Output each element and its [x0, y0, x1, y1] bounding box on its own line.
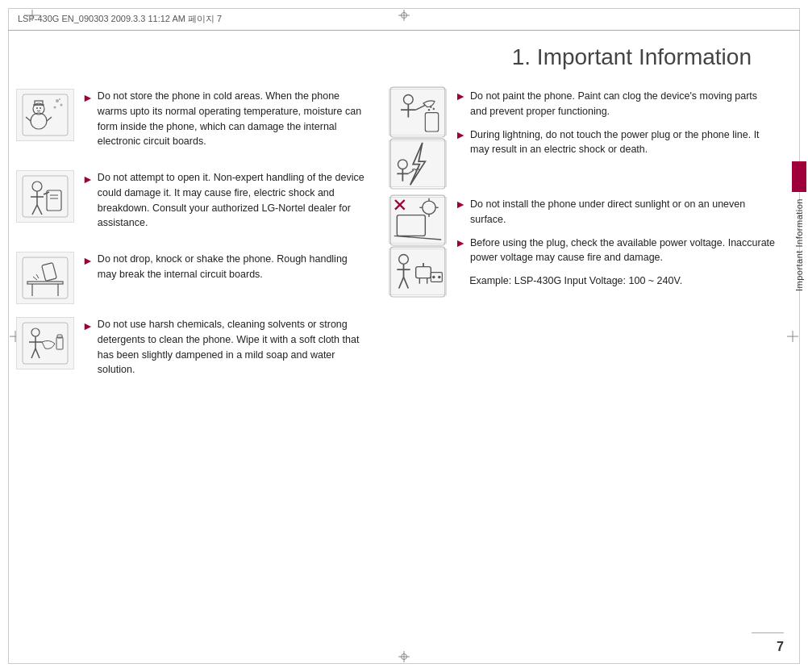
header-text: LSP-430G EN_090303 2009.3.3 11:12 AM 페이지… [18, 13, 222, 25]
page-title: 1. Important Information [0, 44, 784, 70]
svg-line-42 [416, 105, 426, 110]
sunlight-image [389, 197, 447, 244]
svg-line-28 [33, 277, 37, 280]
chemicals-image [16, 317, 74, 369]
svg-point-11 [54, 106, 56, 109]
svg-point-44 [430, 106, 431, 107]
paint-image [389, 89, 447, 136]
svg-point-4 [40, 107, 41, 109]
svg-point-12 [59, 98, 60, 100]
side-tab: Important Information [790, 161, 808, 387]
list-item: ► Do not attempt to open it. Non-expert … [16, 170, 364, 239]
svg-point-48 [398, 160, 408, 169]
content-area: ► Do not store the phone in cold areas. … [16, 89, 776, 624]
svg-point-45 [433, 108, 435, 110]
bullet-item: ► Do not store the phone in cold areas. … [82, 89, 364, 149]
svg-rect-43 [425, 113, 438, 131]
page-divider [752, 632, 784, 633]
bullet-item: ► Do not install the phone under direct … [455, 197, 776, 227]
voltage-icon [389, 246, 446, 298]
bullet-icon: ► [455, 198, 466, 211]
open-attempt-image [16, 170, 74, 223]
svg-line-67 [404, 277, 409, 288]
svg-line-51 [408, 170, 414, 174]
chemicals-text: ► Do not use harsh chemicals, cleaning s… [82, 317, 364, 386]
svg-line-29 [36, 274, 39, 278]
bullet-item: ► Do not paint the phone. Paint can clog… [455, 89, 776, 119]
side-tab-label: Important Information [794, 198, 804, 291]
lightning-image [389, 140, 447, 187]
bullet-item: ► Do not drop, knock or shake the phone.… [82, 252, 364, 282]
bullet-icon: ► [82, 318, 94, 335]
drop-knock-image [16, 252, 74, 304]
svg-line-17 [32, 205, 37, 215]
svg-line-8 [47, 117, 52, 121]
bullet-item: ► Before using the plug, check the avail… [455, 236, 776, 266]
svg-point-31 [31, 328, 40, 336]
svg-point-74 [438, 276, 440, 278]
svg-rect-38 [390, 87, 445, 137]
svg-rect-58 [397, 215, 425, 236]
example-text: Example: LSP-430G Input Voltage: 100 ~ 2… [469, 273, 776, 289]
drop-knock-icon [21, 256, 69, 300]
right-bullets-top: ► Do not paint the phone. Paint can clog… [455, 89, 776, 187]
chemicals-icon [21, 321, 69, 365]
svg-line-59 [394, 236, 441, 240]
svg-point-3 [36, 107, 38, 109]
svg-rect-19 [47, 190, 61, 211]
page-number: 7 [777, 640, 784, 654]
svg-line-34 [31, 349, 35, 358]
bullet-icon: ► [82, 171, 94, 188]
open-attempt-text: ► Do not attempt to open it. Non-expert … [82, 170, 364, 239]
svg-rect-27 [42, 263, 57, 282]
svg-point-14 [32, 182, 42, 191]
reg-circle-bottom [398, 651, 410, 662]
svg-point-1 [31, 113, 47, 129]
svg-point-46 [428, 109, 430, 111]
bullet-item: ► During lightning, do not touch the pow… [455, 127, 776, 158]
voltage-image [389, 248, 447, 295]
lightning-icon [389, 138, 446, 190]
cold-storage-icon [21, 93, 69, 137]
bullet-icon: ► [82, 90, 94, 106]
svg-rect-30 [23, 323, 68, 364]
svg-rect-24 [27, 282, 63, 284]
list-item: ► Do not drop, knock or shake the phone.… [16, 252, 364, 304]
header-bar: LSP-430G EN_090303 2009.3.3 11:12 AM 페이지… [8, 8, 800, 31]
right-bottom-section: ► Do not install the phone under direct … [389, 197, 776, 295]
drop-knock-text: ► Do not drop, knock or shake the phone.… [82, 252, 364, 290]
list-item: ► Do not use harsh chemicals, cleaning s… [16, 317, 364, 386]
open-attempt-icon [21, 174, 69, 219]
bullet-item: ► Do not use harsh chemicals, cleaning s… [82, 317, 364, 378]
bullet-icon: ► [455, 236, 466, 249]
svg-rect-68 [416, 267, 431, 278]
paint-icon [389, 86, 446, 138]
right-top-section: ► Do not paint the phone. Paint can clog… [389, 89, 776, 187]
sunlight-icon [389, 194, 446, 246]
right-bullets-bottom: ► Do not install the phone under direct … [455, 197, 776, 295]
svg-rect-36 [56, 337, 63, 349]
bullet-icon: ► [82, 253, 94, 269]
svg-point-53 [423, 201, 435, 214]
svg-point-63 [399, 254, 409, 264]
svg-line-66 [399, 277, 404, 288]
svg-point-9 [56, 99, 59, 102]
right-images-pair2 [389, 197, 447, 295]
cold-storage-text: ► Do not store the phone in cold areas. … [82, 89, 364, 157]
svg-point-39 [404, 94, 414, 104]
bullet-icon: ► [455, 90, 466, 102]
side-tab-bar [792, 161, 806, 192]
svg-rect-0 [23, 94, 68, 136]
right-column: ► Do not paint the phone. Paint can clog… [381, 89, 776, 624]
svg-line-18 [37, 205, 42, 215]
cold-storage-image [16, 89, 74, 141]
svg-point-10 [60, 104, 63, 106]
bullet-icon: ► [455, 128, 466, 141]
list-item: ► Do not store the phone in cold areas. … [16, 89, 364, 157]
svg-line-7 [26, 117, 31, 121]
svg-point-73 [432, 276, 435, 278]
left-column: ► Do not store the phone in cold areas. … [16, 89, 381, 624]
svg-line-35 [35, 349, 40, 358]
bullet-item: ► Do not attempt to open it. Non-expert … [82, 170, 364, 231]
right-images-pair [389, 89, 447, 187]
